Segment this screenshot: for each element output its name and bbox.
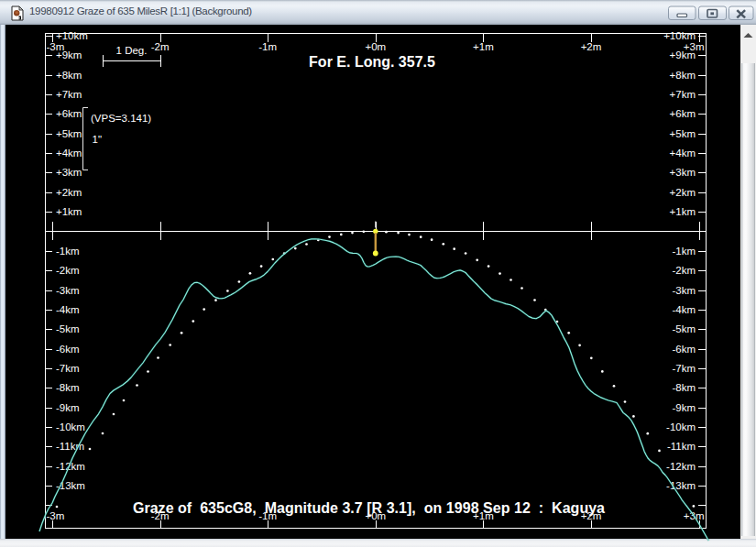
svg-text:-3km: -3km (56, 285, 80, 296)
svg-text:-1km: -1km (56, 246, 80, 257)
svg-text:+7km: +7km (670, 89, 696, 100)
svg-text:+3km: +3km (670, 167, 696, 178)
svg-text:-12km: -12km (666, 461, 696, 472)
svg-text:+1m: +1m (473, 41, 494, 52)
svg-text:+6km: +6km (56, 108, 82, 119)
svg-text:+7km: +7km (56, 89, 82, 100)
svg-text:Graze of 635cG8, Magnitude 3: Graze of 635cG8, Magnitude 3.7 [R 3.1], … (133, 500, 605, 516)
svg-text:+3km: +3km (56, 167, 82, 178)
svg-text:-7km: -7km (672, 363, 696, 374)
svg-text:+1km: +1km (56, 206, 82, 217)
svg-text:-8km: -8km (672, 382, 696, 393)
svg-text:-2m: -2m (151, 41, 170, 52)
svg-text:+0m: +0m (365, 41, 386, 52)
svg-text:+2m: +2m (581, 41, 602, 52)
svg-text:-5km: -5km (672, 323, 696, 334)
svg-text:For E. Long. 357.5: For E. Long. 357.5 (309, 54, 435, 70)
svg-text:+2km: +2km (670, 187, 696, 198)
svg-text:-3m: -3m (47, 41, 65, 52)
svg-text:-8km: -8km (56, 382, 80, 393)
svg-text:(VPS=3.141): (VPS=3.141) (91, 113, 151, 124)
svg-text:1 Deg.: 1 Deg. (116, 45, 148, 56)
svg-text:+8km: +8km (670, 70, 696, 81)
svg-text:-3m: -3m (47, 510, 65, 521)
svg-text:+10km: +10km (663, 30, 696, 41)
svg-text:-9km: -9km (672, 402, 696, 413)
svg-text:-1m: -1m (258, 41, 277, 52)
svg-text:+6km: +6km (670, 108, 696, 119)
svg-text:-1km: -1km (672, 246, 696, 257)
svg-text:1": 1" (93, 134, 102, 145)
svg-text:+3m: +3m (684, 41, 705, 52)
svg-text:-10km: -10km (56, 421, 85, 432)
svg-text:+10km: +10km (56, 30, 88, 41)
svg-text:+2km: +2km (56, 187, 82, 198)
svg-text:-6km: -6km (672, 344, 696, 355)
svg-text:+1km: +1km (670, 206, 696, 217)
svg-text:-6km: -6km (56, 344, 80, 355)
svg-text:-2km: -2km (672, 265, 696, 276)
svg-text:+5km: +5km (56, 128, 82, 139)
svg-text:+5km: +5km (670, 128, 696, 139)
svg-text:-7km: -7km (56, 363, 80, 374)
svg-text:-2km: -2km (56, 265, 80, 276)
svg-text:+4km: +4km (56, 148, 82, 159)
svg-text:+4km: +4km (670, 148, 696, 159)
svg-text:-10km: -10km (666, 421, 696, 432)
svg-text:-11km: -11km (667, 441, 696, 452)
svg-text:+8km: +8km (56, 70, 82, 81)
svg-text:-9km: -9km (56, 402, 80, 413)
svg-text:-4km: -4km (672, 304, 696, 315)
svg-text:-5km: -5km (56, 323, 80, 334)
svg-text:-3km: -3km (672, 285, 696, 296)
svg-text:-4km: -4km (56, 304, 80, 315)
